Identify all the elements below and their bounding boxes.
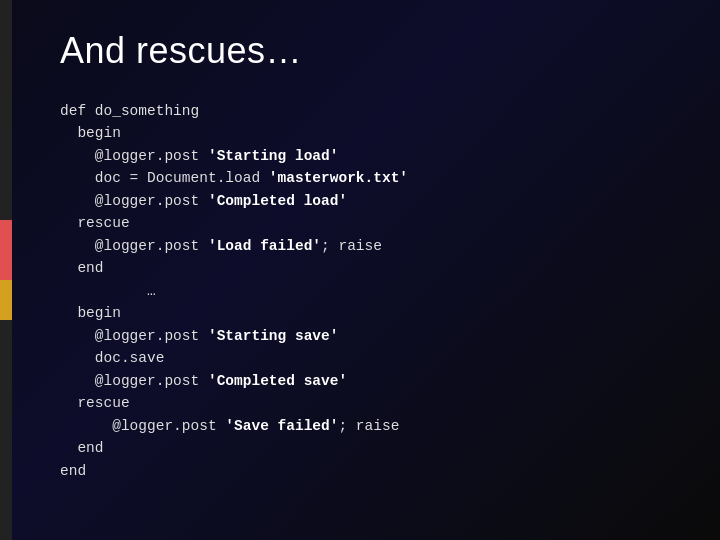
- accent-bar-bottom: [0, 320, 12, 540]
- slide-title: And rescues…: [60, 30, 680, 72]
- accent-bar-red: [0, 220, 12, 280]
- accent-bar-yellow: [0, 280, 12, 320]
- code-block: def do_something begin @logger.post 'Sta…: [60, 100, 680, 482]
- accent-bar-top: [0, 0, 12, 220]
- slide: And rescues… def do_something begin @log…: [0, 0, 720, 540]
- accent-bar: [0, 0, 12, 540]
- code-line-1: def do_something begin @logger.post 'Sta…: [60, 103, 680, 479]
